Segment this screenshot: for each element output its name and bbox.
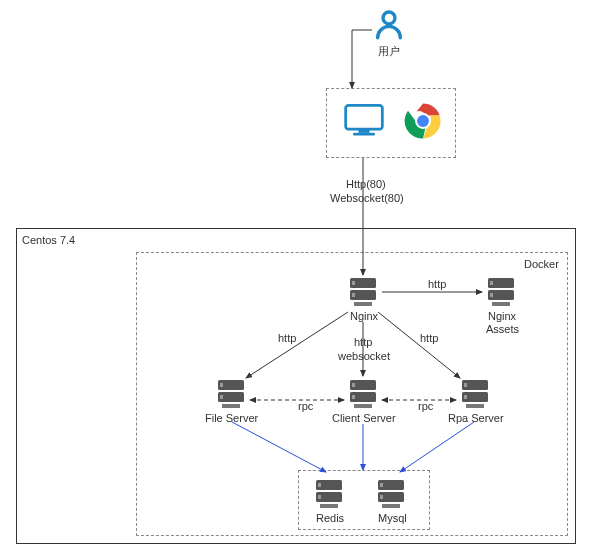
server-icon-file [216,378,246,414]
svg-point-6 [417,115,429,127]
svg-rect-31 [466,404,484,408]
nginx-assets-label-1: Nginx [488,310,516,322]
server-icon-redis [314,478,344,514]
svg-rect-30 [464,395,467,399]
svg-rect-21 [222,404,240,408]
svg-rect-26 [354,404,372,408]
server-icon-client [348,378,378,414]
svg-rect-41 [382,504,400,508]
svg-rect-35 [318,495,321,499]
user-icon [372,8,406,44]
chrome-icon [404,102,442,142]
svg-rect-2 [359,129,370,133]
svg-rect-10 [352,293,355,297]
file-server-label: File Server [205,412,258,424]
edge-http-assets: http [428,278,446,290]
edge-httpws-client-l1: http [354,336,372,348]
nginx-assets-label-2: Assets [486,323,519,335]
svg-rect-14 [490,281,493,285]
edge-http-file: http [278,332,296,344]
svg-rect-29 [464,383,467,387]
nginx-label: Nginx [350,310,378,322]
server-icon-mysql [376,478,406,514]
server-icon-nginx-assets [486,276,516,312]
svg-rect-25 [352,395,355,399]
edge-rpc-right: rpc [418,400,433,412]
transport-http-label: Http(80) [346,178,386,190]
server-icon-rpa [460,378,490,414]
svg-point-0 [383,12,395,24]
mysql-label: Mysql [378,512,407,524]
edge-http-rpa: http [420,332,438,344]
svg-rect-36 [320,504,338,508]
svg-rect-16 [492,302,510,306]
svg-rect-20 [220,395,223,399]
edge-httpws-client-l2: websocket [338,350,390,362]
rpa-server-label: Rpa Server [448,412,504,424]
client-server-label: Client Server [332,412,396,424]
svg-rect-15 [490,293,493,297]
svg-rect-19 [220,383,223,387]
svg-rect-40 [380,495,383,499]
centos-label: Centos 7.4 [22,234,75,246]
diagram-root: 用户 Http(80) Websocket(80) Centos 7.4 Doc… [0,0,591,558]
svg-rect-11 [354,302,372,306]
svg-rect-39 [380,483,383,487]
transport-ws-label: Websocket(80) [330,192,404,204]
server-icon-nginx [348,276,378,312]
svg-rect-9 [352,281,355,285]
svg-rect-3 [353,133,375,136]
svg-rect-34 [318,483,321,487]
redis-label: Redis [316,512,344,524]
user-label: 用户 [378,44,400,59]
svg-rect-1 [346,105,383,129]
svg-rect-24 [352,383,355,387]
desktop-icon [342,100,386,142]
edge-rpc-left: rpc [298,400,313,412]
docker-label: Docker [524,258,559,270]
